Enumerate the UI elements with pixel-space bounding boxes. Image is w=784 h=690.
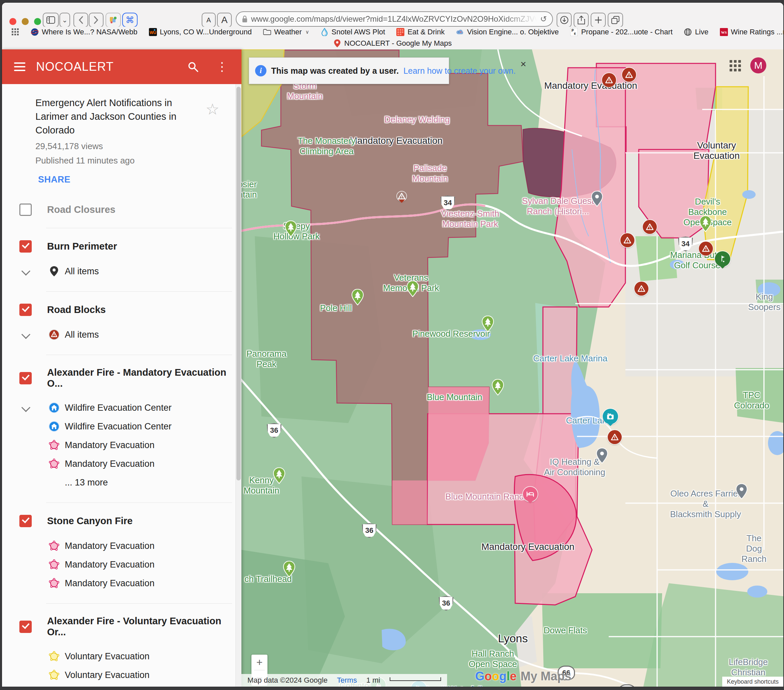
golf-marker[interactable] xyxy=(715,251,730,266)
layer-item[interactable]: All items xyxy=(2,325,241,344)
bookmark-item-7[interactable]: PEPropane - 202...uote - Chart xyxy=(570,28,672,36)
lock-icon xyxy=(242,15,248,23)
tree-marker[interactable] xyxy=(699,215,712,233)
layer-title[interactable]: Road Closures xyxy=(47,204,115,215)
bookmark-item-6[interactable]: Vision Engine... o. Objektive xyxy=(456,28,559,36)
bookmark-item-2[interactable]: WULyons, CO W...Underground xyxy=(149,28,252,36)
layer-item[interactable]: ... 13 more xyxy=(2,473,241,492)
tab-overview-button[interactable] xyxy=(608,13,623,27)
layer-title[interactable]: Alexander Fire - Voluntary Evacuation Or… xyxy=(47,616,241,637)
address-bar[interactable]: www.google.com/maps/d/viewer?mid=1LZ4lxW… xyxy=(236,12,553,27)
roadblock-pin-marker[interactable] xyxy=(397,192,406,201)
decrease-text-size-button[interactable]: A xyxy=(202,13,216,27)
notice-learn-link[interactable]: Learn how to create your own. xyxy=(404,66,516,76)
layer-item[interactable]: Mandatory Evacuation xyxy=(2,574,241,593)
reload-icon[interactable]: ↻ xyxy=(540,14,547,24)
bookmark-item-5[interactable]: Eat & Drink xyxy=(396,28,445,36)
pin-gray-marker[interactable] xyxy=(596,447,608,465)
bookmark-item-8[interactable]: Live xyxy=(684,28,708,36)
bookmark-item-0[interactable] xyxy=(12,28,19,36)
roadblock-marker[interactable] xyxy=(699,242,713,256)
google-apps-icon[interactable] xyxy=(730,60,741,71)
close-window-button[interactable] xyxy=(9,18,16,25)
notice-close-icon[interactable]: × xyxy=(520,58,526,70)
text-size-large-label: A xyxy=(221,15,228,25)
layer-title[interactable]: Burn Perimeter xyxy=(47,241,117,252)
layer-item[interactable]: Mandatory Evacuation xyxy=(2,436,241,454)
layer-item[interactable]: Voluntary Evacuation xyxy=(2,647,241,665)
my-maps-label: My Maps xyxy=(520,669,571,683)
bookmark-label: Where Is We...? NASA/Webb xyxy=(42,28,138,36)
layer-item[interactable]: Mandatory Evacuation xyxy=(2,454,241,473)
forward-button[interactable] xyxy=(89,13,104,27)
layer-title[interactable]: Alexander Fire - Mandatory Evacuation O.… xyxy=(47,367,241,389)
bookmark-item-3[interactable]: Weather∨ xyxy=(263,28,309,36)
pin-gray-marker[interactable] xyxy=(735,483,748,501)
menu-icon[interactable] xyxy=(14,62,25,71)
app-extension-icon[interactable] xyxy=(105,13,121,27)
layer-item[interactable]: All items xyxy=(2,262,241,281)
zoom-in-button[interactable]: + xyxy=(252,655,267,670)
ws-icon: WS xyxy=(720,28,728,36)
tree-marker[interactable] xyxy=(272,467,286,485)
search-icon[interactable] xyxy=(187,61,199,72)
layer-item-label: Mandatory Evacuation xyxy=(65,440,155,450)
downloads-button[interactable] xyxy=(557,13,572,27)
roadblock-marker[interactable] xyxy=(602,73,616,87)
roadblock-marker[interactable] xyxy=(620,233,634,247)
more-options-icon[interactable]: ⋮ xyxy=(216,61,228,73)
layer-checkbox-alexander-fire-voluntary[interactable] xyxy=(19,621,32,633)
tree-marker[interactable] xyxy=(284,220,298,238)
roadblock-marker[interactable] xyxy=(643,220,657,234)
tree-marker[interactable] xyxy=(491,379,504,397)
layer-item[interactable]: Mandatory Evacuation xyxy=(2,555,241,574)
share-button[interactable] xyxy=(574,13,589,27)
layer-item[interactable]: Voluntary Evacuation xyxy=(2,684,241,687)
account-avatar[interactable]: M xyxy=(750,58,766,73)
roadblock-marker[interactable] xyxy=(608,430,622,444)
bookmark-item-1[interactable]: Where Is We...? NASA/Webb xyxy=(31,28,138,36)
tree-marker[interactable] xyxy=(481,315,494,334)
share-link[interactable]: SHARE xyxy=(38,174,71,185)
layer-item[interactable]: Wildfire Evacuation Center xyxy=(2,417,241,436)
roadblock-marker[interactable] xyxy=(634,282,649,296)
star-icon[interactable]: ☆ xyxy=(206,100,219,118)
back-button[interactable] xyxy=(74,13,88,27)
keyboard-shortcuts-button[interactable]: Keyboard shortcuts xyxy=(722,677,783,687)
favorites-tab-label[interactable]: NOCOALERT - Google My Maps xyxy=(344,39,452,48)
sidebar-scrollbar[interactable] xyxy=(236,84,241,687)
scrollbar-thumb[interactable] xyxy=(236,87,241,480)
droplet-icon xyxy=(321,28,329,36)
layer-title[interactable]: Road Blocks xyxy=(47,304,106,315)
camera-marker[interactable] xyxy=(603,409,618,424)
lodging-marker[interactable] xyxy=(523,487,538,501)
user-map-notice: i This map was created by a user. Learn … xyxy=(249,58,449,84)
bookmark-item-4[interactable]: Snotel AWS Plot xyxy=(321,28,385,36)
zoom-window-button[interactable] xyxy=(34,18,41,25)
layer-checkbox-alexander-fire-mandatory[interactable] xyxy=(19,372,32,384)
layer-item[interactable]: Voluntary Evacuation xyxy=(2,665,241,684)
layer-item[interactable]: Mandatory Evacuation xyxy=(2,537,241,555)
roadblock-marker[interactable] xyxy=(622,68,636,82)
minimize-window-button[interactable] xyxy=(22,18,29,25)
new-tab-button[interactable] xyxy=(591,13,606,27)
terms-link[interactable]: Terms xyxy=(337,676,357,685)
layer-checkbox-road-closures[interactable] xyxy=(19,204,32,216)
tree-marker[interactable] xyxy=(282,560,296,578)
bookmark-label: Wine Ratings ...ne Spectator xyxy=(731,28,783,36)
layer-checkbox-road-blocks[interactable] xyxy=(19,304,32,316)
increase-text-size-button[interactable]: A xyxy=(217,13,232,27)
layer-title[interactable]: Stone Canyon Fire xyxy=(47,516,133,527)
bookmark-item-9[interactable]: WSWine Ratings ...ne Spectator xyxy=(720,28,783,36)
map-canvas[interactable]: i This map was created by a user. Learn … xyxy=(241,49,783,687)
layer-checkbox-stone-canyon-fire[interactable] xyxy=(19,515,32,527)
layer-stone-canyon-fire: Stone Canyon FireMandatory EvacuationMan… xyxy=(2,508,241,599)
layer-checkbox-burn-perimeter[interactable] xyxy=(19,240,32,253)
layer-item[interactable]: Wildfire Evacuation Center xyxy=(2,398,241,417)
pin-gray-marker[interactable] xyxy=(591,190,603,208)
tree-marker[interactable] xyxy=(406,280,419,298)
sidebar-menu-chevron-button[interactable]: ⌄ xyxy=(59,13,70,27)
command-shortcut-icon[interactable]: ⌘ xyxy=(122,13,138,27)
sidebar-toggle-button[interactable] xyxy=(43,13,59,27)
tree-marker[interactable] xyxy=(351,289,364,307)
